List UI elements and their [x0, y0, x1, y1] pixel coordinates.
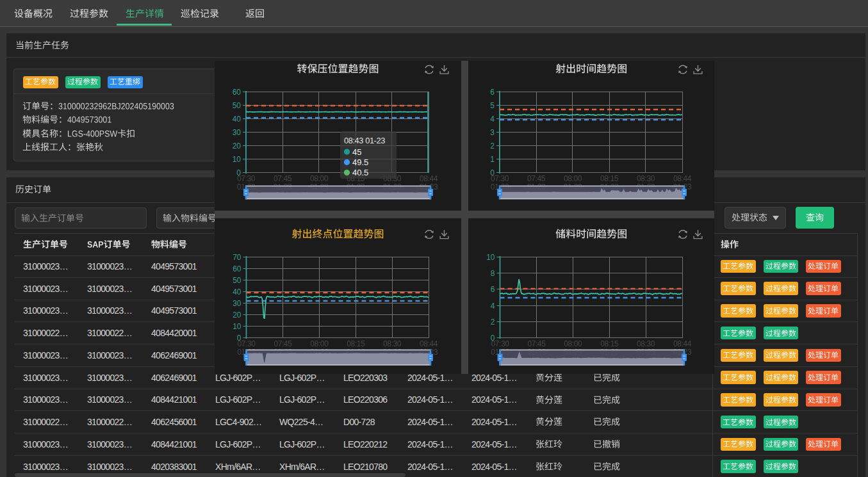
svg-text:07:30: 07:30 [491, 339, 509, 348]
svg-text:08:44: 08:44 [673, 174, 691, 183]
svg-text:40.5: 40.5 [352, 168, 368, 177]
svg-text:8: 8 [490, 269, 495, 278]
svg-text:07:45: 07:45 [274, 339, 292, 348]
svg-text:5: 5 [490, 101, 495, 110]
svg-text:08:44: 08:44 [673, 339, 691, 348]
svg-text:6: 6 [490, 285, 495, 294]
svg-text:08:00: 08:00 [310, 174, 329, 183]
svg-text:07:30: 07:30 [237, 174, 256, 183]
svg-text:07:45: 07:45 [527, 174, 545, 183]
svg-text:1: 1 [490, 155, 495, 164]
svg-text:08:30: 08:30 [637, 339, 655, 348]
svg-text:49.5: 49.5 [352, 158, 368, 167]
svg-text:10: 10 [233, 322, 242, 331]
svg-text:07:30: 07:30 [490, 174, 509, 183]
svg-text:10: 10 [486, 253, 495, 262]
svg-text:40: 40 [233, 115, 242, 124]
svg-text:08:15: 08:15 [600, 174, 618, 183]
svg-text:08:30: 08:30 [636, 174, 655, 183]
svg-text:30: 30 [233, 299, 242, 308]
svg-text:07:45: 07:45 [527, 339, 546, 348]
svg-text:60: 60 [233, 88, 242, 97]
svg-text:08:00: 08:00 [563, 174, 582, 183]
svg-text:4: 4 [490, 302, 495, 311]
svg-text:2: 2 [490, 318, 495, 327]
svg-text:45: 45 [352, 147, 361, 157]
svg-text:20: 20 [233, 311, 242, 319]
svg-text:07:45: 07:45 [274, 174, 292, 183]
svg-text:30: 30 [233, 128, 242, 137]
svg-text:4: 4 [490, 115, 495, 124]
svg-text:60: 60 [233, 264, 242, 273]
svg-text:50: 50 [233, 276, 242, 285]
svg-text:2: 2 [490, 141, 495, 150]
svg-text:08:30: 08:30 [383, 339, 402, 348]
svg-text:08:43 01-23: 08:43 01-23 [344, 136, 385, 145]
svg-text:20: 20 [233, 141, 242, 150]
svg-text:10: 10 [233, 155, 242, 164]
svg-text:08:44: 08:44 [420, 339, 438, 348]
svg-text:08:44: 08:44 [420, 174, 438, 183]
svg-text:3: 3 [490, 128, 495, 137]
svg-text:08:00: 08:00 [564, 339, 582, 348]
svg-text:70: 70 [233, 253, 242, 262]
svg-text:6: 6 [490, 88, 495, 97]
svg-text:08:00: 08:00 [310, 339, 329, 348]
svg-text:07:30: 07:30 [237, 339, 256, 348]
svg-text:50: 50 [233, 101, 242, 110]
svg-text:08:15: 08:15 [347, 339, 365, 348]
svg-text:40: 40 [233, 287, 242, 296]
svg-text:08:15: 08:15 [600, 339, 619, 348]
